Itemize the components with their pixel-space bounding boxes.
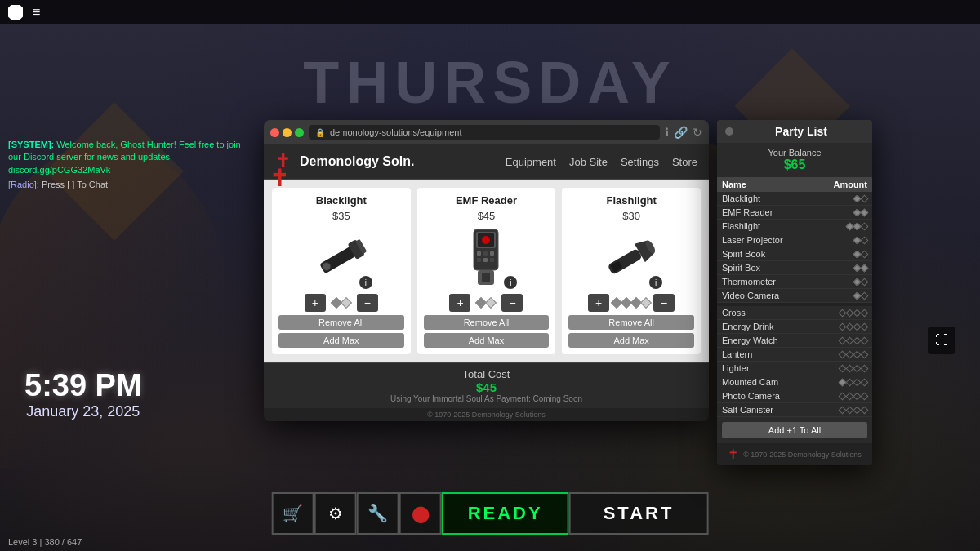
col-header-amount: Amount [818,180,867,189]
equip-name-emf: EMF Reader [456,194,517,207]
system-label: [SYSTEM]: [8,140,54,149]
svg-rect-10 [490,251,494,256]
party-row-laser: Laser Projector [717,233,872,247]
equip-card-emf: EMF Reader $45 i [417,188,556,354]
party-panel: Party List Your Balance $65 Name Amount … [717,120,872,465]
party-panel-header: Party List [717,120,872,143]
party-row-videocam: Video Camera [717,289,872,303]
system-message: [SYSTEM]: Welcome back, Ghost Hunter! Fe… [8,139,245,176]
equip-image-blacklight: i [309,225,374,291]
lock-icon: 🔒 [315,128,325,137]
site-name: Demonology Soln. [300,154,496,169]
browser-footer: © 1970-2025 Demonology Solutions [264,408,709,421]
nav-jobsite[interactable]: Job Site [569,156,608,168]
url-bar[interactable]: 🔒 demonology-solutions/equipment [309,125,660,140]
clock-date: January 23, 2025 [24,403,142,420]
day-title: THURSDAY [303,49,676,116]
remove-all-emf[interactable]: Remove All [424,315,550,330]
toolbar-cart-btn[interactable]: 🛒 [272,492,314,535]
equip-image-emf: i [453,225,519,291]
qty-controls-emf: + − [449,294,523,312]
toolbar-tool-btn[interactable]: 🔧 [357,492,399,535]
party-row-blacklight: Blacklight [717,192,872,206]
party-balance: Your Balance $65 [717,143,872,177]
level-bar: Level 3 | 380 / 647 [8,537,82,547]
svg-rect-12 [483,258,488,262]
traffic-lights [270,128,304,137]
party-row-energydrink: Energy Drink [717,320,872,334]
bottom-toolbar: 🛒 ⚙ 🔧 ⬤ READY START [272,492,709,535]
remove-all-flashlight[interactable]: Remove All [568,315,694,330]
equip-price-emf: $45 [478,210,496,222]
total-cost-bar: Total Cost $45 Using Your Immortal Soul … [264,362,709,408]
party-row-spiritbook: Spirit Book [717,247,872,261]
radio-label: [Radio]: [8,180,39,189]
svg-point-7 [482,236,490,244]
chat-area: [SYSTEM]: Welcome back, Ghost Hunter! Fe… [8,139,245,189]
add-max-blacklight[interactable]: Add Max [278,333,404,348]
qty-plus-emf[interactable]: + [449,294,470,312]
add-all-btn[interactable]: Add +1 To All [722,422,867,438]
cross-icon-left: ✝ [270,165,288,192]
party-table-header: Name Amount [717,177,872,192]
site-nav: Equipment Job Site Settings Store [506,156,697,168]
balance-amount: $65 [722,158,867,172]
toolbar-special-btn[interactable]: ⬤ [399,492,442,535]
qty-diamonds-flashlight [612,299,650,307]
diamond-2 [341,297,352,309]
nav-store[interactable]: Store [672,156,697,168]
party-table: Name Amount Blacklight EMF Reader Flashl… [717,177,872,417]
minimize-btn[interactable] [283,128,292,137]
remove-all-blacklight[interactable]: Remove All [278,315,404,330]
equipment-grid: Blacklight $35 i + − Remove All [264,180,709,362]
party-row-energywatch: Energy Watch [717,334,872,348]
add-max-flashlight[interactable]: Add Max [568,333,694,348]
browser-chrome: 🔒 demonology-solutions/equipment ℹ 🔗 ↻ [264,120,709,144]
nav-equipment[interactable]: Equipment [506,156,556,168]
screenshot-btn[interactable]: ⛶ [928,327,956,354]
close-btn[interactable] [270,128,279,137]
total-note: Using Your Immortal Soul As Payment: Com… [275,394,697,403]
qty-plus-flashlight[interactable]: + [588,294,609,312]
ready-button[interactable]: READY [442,492,569,535]
equip-info-flashlight[interactable]: i [649,276,662,289]
radio-text: Press [ ] To Chat [42,180,108,189]
info-icon[interactable]: ℹ [665,126,669,139]
radio-message: [Radio]: Press [ ] To Chat [8,180,245,189]
clock-time: 5:39 PM [24,368,142,403]
equip-info-blacklight[interactable]: i [359,276,372,289]
footer-copyright: © 1970-2025 Demonology Solutions [743,451,862,459]
party-row-spiritbox: Spirit Box [717,261,872,275]
qty-diamonds-emf [474,299,498,307]
svg-rect-15 [482,273,490,282]
roblox-logo [8,5,23,20]
qty-diamonds-blacklight [329,299,354,307]
svg-rect-8 [477,251,481,256]
diamond-2 [485,297,497,309]
add-max-emf[interactable]: Add Max [424,333,550,348]
share-icon[interactable]: 🔗 [674,126,688,139]
party-row-cross: Cross [717,306,872,320]
total-label: Total Cost [275,368,697,380]
qty-plus-blacklight[interactable]: + [305,294,326,312]
svg-rect-11 [477,258,481,262]
toolbar-settings-btn[interactable]: ⚙ [314,492,357,535]
nav-settings[interactable]: Settings [621,156,659,168]
svg-rect-13 [490,258,494,262]
equip-info-emf[interactable]: i [504,276,517,289]
url-text: demonology-solutions/equipment [330,127,461,137]
party-row-salt: Salt Canister [717,403,872,417]
maximize-btn[interactable] [295,128,304,137]
total-amount: $45 [275,380,697,394]
party-row-photocam: Photo Camera [717,389,872,403]
start-button[interactable]: START [569,492,709,535]
refresh-icon[interactable]: ↻ [693,126,702,139]
qty-controls-flashlight: + − [588,294,675,312]
clock-area: 5:39 PM January 23, 2025 [24,368,142,420]
col-header-name: Name [722,180,818,189]
qty-minus-emf[interactable]: − [501,294,523,312]
qty-minus-flashlight[interactable]: − [653,294,675,312]
menu-icon[interactable]: ≡ [33,5,40,20]
qty-controls-blacklight: + − [305,294,378,312]
qty-minus-blacklight[interactable]: − [357,294,378,312]
